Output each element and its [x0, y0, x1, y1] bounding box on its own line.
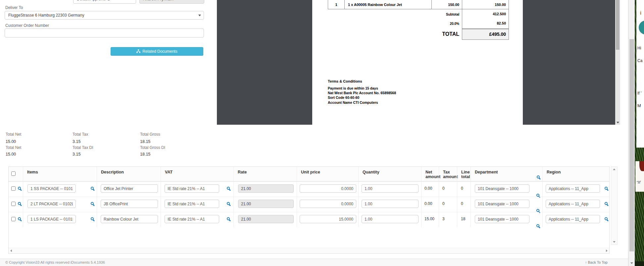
description-input[interactable] — [101, 215, 158, 223]
quantity-input[interactable] — [362, 184, 419, 193]
invoice-tax-rate-label: 20.0% — [421, 22, 459, 26]
table-vertical-scrollbar[interactable] — [611, 166, 618, 245]
quantity-header: Quantity — [359, 167, 421, 174]
row-search-icon[interactable] — [18, 217, 21, 220]
back-to-top-link[interactable]: ↑ Back To Top — [585, 260, 608, 264]
item-input[interactable] — [27, 200, 76, 208]
department-input[interactable] — [475, 200, 529, 208]
invoice-page: 1 1 x A00005 Rainbow Colour Jet 150.00 1… — [312, 0, 523, 125]
invoice-subtotal-value: 412.500 — [493, 12, 506, 16]
preview-scrollbar[interactable] — [615, 0, 620, 125]
scroll-right-icon[interactable] — [606, 249, 608, 252]
department-search-icon[interactable] — [536, 209, 539, 212]
browser-scroll-down-icon[interactable] — [630, 262, 633, 264]
row-search-icon[interactable] — [18, 187, 21, 190]
net-amount-value: 0.00 — [424, 201, 432, 206]
item-search-icon[interactable] — [91, 187, 94, 190]
vat-search-icon[interactable] — [227, 217, 230, 220]
total-gross-value: 18.15 — [140, 139, 150, 144]
tax-amount-value: 3 — [442, 217, 445, 221]
scroll-up-icon[interactable] — [613, 168, 616, 170]
deliver-to-select[interactable]: FluggeStrasse 6 Hamburg 22303 Germany — [5, 11, 204, 20]
total-net-value: 15.00 — [6, 139, 16, 144]
region-input[interactable] — [546, 184, 600, 193]
terms-line: Sort Code 60-60-60 — [328, 96, 359, 100]
invoice-line-no: 1 — [328, 0, 344, 9]
approver-select-value: Default Approver 1 — [73, 0, 136, 4]
invoice-total-label: TOTAL — [405, 31, 459, 37]
background-window-text: Hi — [637, 46, 641, 50]
row-checkbox[interactable] — [11, 186, 16, 191]
row-checkbox[interactable] — [11, 217, 16, 221]
vat-input[interactable] — [165, 200, 219, 208]
description-input[interactable] — [101, 200, 158, 208]
preview-scrollbar-thumb[interactable] — [616, 0, 619, 50]
item-input[interactable] — [27, 184, 76, 193]
department-search-icon[interactable] — [536, 224, 539, 227]
department-input[interactable] — [475, 215, 529, 223]
item-input[interactable] — [27, 215, 76, 223]
customer-order-number-input[interactable] — [5, 29, 204, 37]
table-horizontal-scrollbar[interactable] — [9, 248, 609, 253]
browser-scrollbar[interactable] — [628, 0, 635, 266]
unit-price-input[interactable] — [300, 215, 356, 223]
item-search-icon[interactable] — [91, 202, 94, 205]
vat-header: VAT — [161, 167, 233, 174]
department-header-search-icon[interactable] — [537, 175, 540, 178]
region-search-icon[interactable] — [605, 187, 608, 190]
item-search-icon[interactable] — [91, 217, 94, 220]
preview-scroll-down-icon[interactable] — [617, 122, 619, 123]
quantity-input[interactable] — [362, 200, 419, 208]
department-input[interactable] — [475, 184, 529, 193]
background-window-text: M — [637, 103, 641, 108]
background-shadow — [635, 261, 644, 266]
unit-price-input[interactable] — [300, 200, 356, 208]
chevron-down-icon — [198, 15, 201, 16]
terms-line: Account Name CTI Computers — [328, 100, 378, 104]
desktop-background-sliver: i Hi Ca If ' M "If — [635, 0, 644, 266]
row-search-icon[interactable] — [18, 202, 21, 205]
deliver-to-value: FluggeStrasse 6 Hamburg 22303 Germany — [8, 13, 84, 18]
total-net-label: Total Net — [6, 132, 21, 137]
invoice-line-net: 150.00 — [431, 0, 462, 9]
total-tax-value: 3.15 — [73, 139, 80, 144]
vat-search-icon[interactable] — [227, 202, 230, 205]
table-row: 0.00 0 0 — [9, 181, 609, 197]
total-gross-di-value: 18.15 — [140, 152, 150, 157]
invoice-tax-value: 82.50 — [497, 21, 506, 25]
invoice-line-total: 150.00 — [462, 0, 509, 9]
quantity-input[interactable] — [362, 215, 419, 223]
scroll-left-icon[interactable] — [10, 249, 12, 252]
background-window-text: "If — [636, 180, 640, 184]
invoice-line-item-row: 1 1 x A00005 Rainbow Colour Jet 150.00 1… — [328, 0, 509, 9]
scroll-down-icon[interactable] — [613, 241, 616, 243]
region-search-icon[interactable] — [605, 202, 608, 205]
deliver-to-label: Deliver To — [5, 5, 23, 10]
department-header: Department — [471, 167, 542, 174]
related-documents-button[interactable]: Related Documents — [111, 47, 203, 56]
terms-line: Payment is due within 15 days — [328, 86, 378, 90]
unit-price-input[interactable] — [300, 184, 356, 193]
items-header: Items — [23, 167, 97, 174]
vat-input[interactable] — [165, 184, 219, 193]
region-input[interactable] — [546, 200, 600, 208]
browser-scrollbar-thumb[interactable] — [629, 39, 634, 251]
approver-select-cutoff[interactable]: Default Approver 1 — [73, 0, 136, 4]
description-input[interactable] — [101, 184, 158, 193]
vat-input[interactable] — [165, 215, 219, 223]
terms-line: Nat West Bank Plc Account No. 65898568 — [328, 91, 396, 95]
row-checkbox[interactable] — [11, 202, 16, 206]
approver-name-value: Andrew Prynham — [139, 0, 204, 4]
total-tax-di-label: Total Tax DI — [73, 145, 93, 150]
background-card-fragment: "If — [635, 161, 644, 192]
region-input[interactable] — [546, 215, 600, 223]
net-amount-value: 15.00 — [424, 217, 434, 221]
vat-search-icon[interactable] — [227, 187, 230, 190]
select-all-checkbox[interactable] — [11, 171, 16, 176]
total-tax-label: Total Tax — [73, 132, 88, 137]
department-search-icon[interactable] — [536, 194, 539, 197]
invoice-line-description: 1 x A00005 Rainbow Colour Jet — [344, 0, 431, 9]
table-row: 15.00 3 18 — [9, 212, 609, 227]
region-search-icon[interactable] — [605, 217, 608, 220]
total-gross-di-label: Total Gross DI — [140, 145, 165, 150]
